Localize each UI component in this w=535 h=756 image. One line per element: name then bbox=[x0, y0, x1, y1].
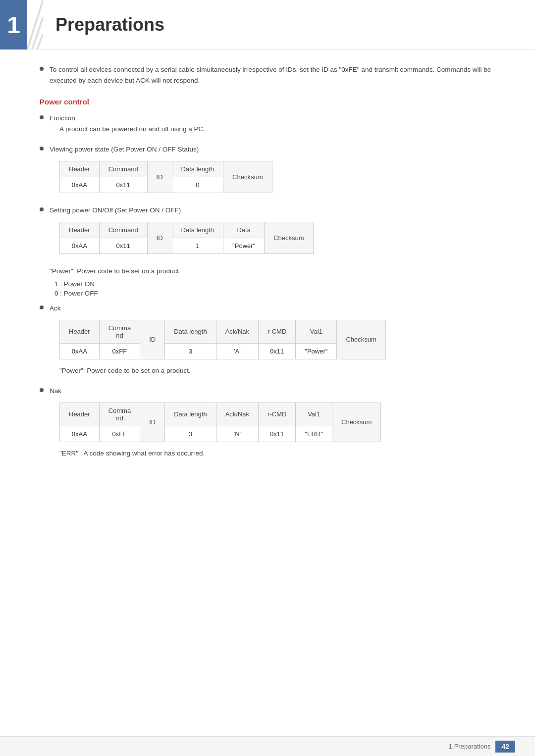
function-description: A product can be powered on and off usin… bbox=[59, 124, 205, 135]
td2-command-val: 0x11 bbox=[99, 238, 147, 253]
bullet-dot-nak bbox=[40, 388, 44, 392]
td2-data-val: "Power" bbox=[223, 238, 265, 253]
th2-checksum: Checksum bbox=[265, 222, 313, 253]
td-nak-rcmd: 0x11 bbox=[259, 426, 296, 442]
td-ack-header: 0xAA bbox=[60, 343, 100, 359]
table-ack: Header Command ID Data length Ack/Nak r-… bbox=[59, 320, 495, 359]
th-nak-datalength: Data length bbox=[165, 403, 216, 426]
setting-power-label: Setting power ON/Off (Set Power ON / OFF… bbox=[50, 205, 495, 216]
footer-chapter-label: 1 Preparations bbox=[449, 743, 491, 750]
th-checksum: Checksum bbox=[223, 161, 272, 193]
th-ack-checksum: Checksum bbox=[337, 320, 385, 359]
th-nak-val1: Val1 bbox=[296, 403, 332, 426]
th-nak-command: Command bbox=[99, 403, 140, 426]
intro-bullet-1: To control all devices connected by a se… bbox=[40, 64, 495, 86]
nak-label: Nak bbox=[50, 386, 495, 397]
th-ack-datalength: Data length bbox=[165, 320, 216, 343]
svg-line-1 bbox=[32, 17, 43, 50]
nak-note: "ERR" : A code showing what error has oc… bbox=[59, 448, 495, 459]
th2-header: Header bbox=[60, 222, 100, 238]
th-nak-header: Header bbox=[60, 403, 100, 426]
intro-text: To control all devices connected by a se… bbox=[50, 64, 495, 86]
td-header-val: 0xAA bbox=[60, 177, 100, 193]
th2-id: ID bbox=[147, 222, 172, 253]
power-note-2: 1 : Power ON bbox=[54, 280, 495, 288]
bullet-dot-ack bbox=[40, 305, 44, 309]
th2-datalength: Data length bbox=[172, 222, 223, 238]
th-ack-val1: Val1 bbox=[296, 320, 337, 343]
bullet-dot-setting bbox=[40, 207, 44, 211]
ack-bullet: Ack Header Command ID Data length Ack/Na… bbox=[40, 303, 495, 380]
nak-bullet: Nak Header Command ID Data length Ack/Na… bbox=[40, 386, 495, 462]
td-command-val: 0x11 bbox=[99, 177, 147, 193]
th-header: Header bbox=[60, 161, 100, 177]
th-nak-id: ID bbox=[140, 403, 165, 442]
th-ack-id: ID bbox=[140, 320, 165, 359]
td-nak-val1: "ERR" bbox=[296, 426, 332, 442]
td-nak-acknak: 'N' bbox=[216, 426, 258, 442]
td-ack-val1: "Power" bbox=[296, 343, 337, 359]
td-nak-header: 0xAA bbox=[60, 426, 100, 442]
page-footer: 1 Preparations 42 bbox=[0, 736, 535, 756]
bullet-dot-function bbox=[40, 115, 44, 119]
th-ack-acknak: Ack/Nak bbox=[216, 320, 258, 343]
th-ack-header: Header bbox=[60, 320, 100, 343]
diagonal-decoration bbox=[27, 0, 43, 50]
th-id: ID bbox=[147, 161, 172, 193]
setting-power-bullet: Setting power ON/Off (Set Power ON / OFF… bbox=[40, 205, 495, 260]
viewing-power-label: Viewing power state (Get Power ON / OFF … bbox=[50, 144, 495, 155]
td-ack-datalength: 3 bbox=[165, 343, 216, 359]
footer-page-number: 42 bbox=[495, 741, 515, 753]
th-datalength: Data length bbox=[172, 161, 223, 177]
table-nak: Header Command ID Data length Ack/Nak r-… bbox=[59, 403, 495, 442]
bullet-dot bbox=[40, 67, 44, 71]
function-label: Function bbox=[50, 113, 205, 124]
bullet-dot-viewing bbox=[40, 147, 44, 151]
chapter-title: Preparations bbox=[55, 14, 164, 35]
th2-data: Data bbox=[223, 222, 265, 238]
viewing-power-bullet: Viewing power state (Get Power ON / OFF … bbox=[40, 144, 495, 199]
table-setting-power: Header Command ID Data length Data Check… bbox=[59, 222, 495, 254]
page-header: 1 Preparations bbox=[0, 0, 535, 50]
td2-header-val: 0xAA bbox=[60, 238, 100, 253]
td-ack-command: 0xFF bbox=[99, 343, 140, 359]
td-nak-datalength: 3 bbox=[165, 426, 216, 442]
th-nak-rcmd: r-CMD bbox=[259, 403, 296, 426]
section-heading-power: Power control bbox=[40, 98, 495, 106]
function-bullet: Function A product can be powered on and… bbox=[40, 113, 495, 138]
th-nak-checksum: Checksum bbox=[332, 403, 381, 442]
th-ack-command: Command bbox=[99, 320, 140, 343]
td-ack-rcmd: 0x11 bbox=[259, 343, 296, 359]
power-note-3: 0 : Power OFF bbox=[54, 290, 495, 297]
main-content: To control all devices connected by a se… bbox=[0, 50, 535, 508]
td-datalength-val: 0 bbox=[172, 177, 223, 193]
th-nak-acknak: Ack/Nak bbox=[216, 403, 258, 426]
power-note-1: "Power": Power code to be set on a produ… bbox=[50, 266, 495, 277]
td-ack-acknak: 'A' bbox=[216, 343, 258, 359]
td2-datalength-val: 1 bbox=[172, 238, 223, 253]
chapter-number: 1 bbox=[0, 0, 27, 50]
th-ack-rcmd: r-CMD bbox=[259, 320, 296, 343]
svg-line-2 bbox=[37, 34, 43, 50]
th2-command: Command bbox=[99, 222, 147, 238]
th-command: Command bbox=[99, 161, 147, 177]
ack-label: Ack bbox=[50, 303, 495, 314]
td-nak-command: 0xFF bbox=[99, 426, 140, 442]
table-viewing-power: Header Command ID Data length Checksum 0… bbox=[59, 161, 495, 193]
ack-note: "Power": Power code to be set on a produ… bbox=[59, 365, 495, 376]
